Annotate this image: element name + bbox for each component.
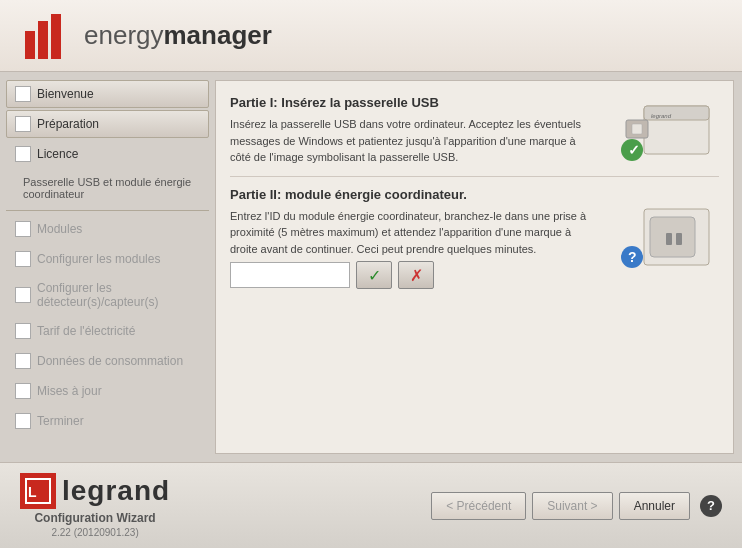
sidebar: Bienvenue Préparation Licence Passerelle… [0, 72, 215, 462]
header: energymanager [0, 0, 742, 72]
help-button[interactable]: ? [700, 495, 722, 517]
module-svg: ? [614, 205, 714, 270]
svg-text:?: ? [628, 249, 637, 265]
sidebar-item-icon [15, 86, 31, 102]
config-wizard-label: Configuration Wizard [34, 511, 155, 525]
sidebar-item-passerelle[interactable]: Passerelle USB et module énergie coordin… [6, 170, 209, 206]
next-button[interactable]: Suivant > [532, 492, 612, 520]
svg-rect-11 [650, 217, 695, 257]
section-module-image: ? [609, 187, 719, 290]
legrand-square-logo: L [20, 473, 56, 509]
legrand-brand-name: legrand [62, 475, 170, 507]
sidebar-item-icon [15, 251, 31, 267]
sidebar-item-configurer-modules: Configurer les modules [6, 245, 209, 273]
svg-text:legrand: legrand [651, 113, 672, 119]
usb-svg: legrand ✓ [614, 98, 714, 163]
section-module-text: Partie II: module énergie coordinateur. … [230, 187, 597, 290]
sidebar-item-icon [15, 146, 31, 162]
section-module-body: Entrez l'ID du module énergie coordinate… [230, 208, 597, 258]
sidebar-item-icon [15, 383, 31, 399]
version-label: 2.22 (20120901.23) [51, 527, 138, 538]
sidebar-item-terminer: Terminer [6, 407, 209, 435]
sidebar-item-mises-a-jour: Mises à jour [6, 377, 209, 405]
sidebar-item-icon [15, 353, 31, 369]
footer-logo: L legrand Configuration Wizard 2.22 (201… [20, 473, 170, 538]
sidebar-item-donnees: Données de consommation [6, 347, 209, 375]
sidebar-item-preparation[interactable]: Préparation [6, 110, 209, 138]
sidebar-item-licence[interactable]: Licence [6, 140, 209, 168]
sidebar-item-modules: Modules [6, 215, 209, 243]
section-usb: Partie I: Insérez la passerelle USB Insé… [230, 95, 719, 177]
sidebar-separator [6, 210, 209, 211]
svg-rect-12 [666, 233, 672, 245]
section-module-title: Partie II: module énergie coordinateur. [230, 187, 597, 202]
app-logo-icon [20, 11, 70, 61]
sidebar-item-tarif: Tarif de l'électricité [6, 317, 209, 345]
section-usb-image: legrand ✓ [609, 95, 719, 166]
sidebar-item-bienvenue[interactable]: Bienvenue [6, 80, 209, 108]
section-usb-title: Partie I: Insérez la passerelle USB [230, 95, 597, 110]
footer: L legrand Configuration Wizard 2.22 (201… [0, 462, 742, 548]
main-area: Bienvenue Préparation Licence Passerelle… [0, 72, 742, 462]
module-illustration: ? [614, 205, 714, 270]
content-area: Partie I: Insérez la passerelle USB Insé… [215, 80, 734, 454]
sidebar-item-icon [15, 323, 31, 339]
input-row: ✓ ✗ [230, 261, 597, 289]
footer-buttons: < Précédent Suivant > Annuler ? [431, 492, 722, 520]
sidebar-item-icon [15, 221, 31, 237]
x-icon: ✗ [410, 266, 423, 285]
svg-rect-6 [632, 124, 642, 134]
section-module: Partie II: module énergie coordinateur. … [230, 187, 719, 300]
svg-rect-13 [676, 233, 682, 245]
app-title: energymanager [84, 20, 272, 51]
sidebar-item-configurer-detecteurs: Configurer les détecteur(s)/capteur(s) [6, 275, 209, 315]
sidebar-item-icon [15, 116, 31, 132]
prev-button[interactable]: < Précédent [431, 492, 526, 520]
usb-illustration: legrand ✓ [614, 98, 714, 163]
section-usb-body: Insérez la passerelle USB dans votre ord… [230, 116, 597, 166]
svg-rect-0 [25, 31, 35, 59]
cancel-button[interactable]: Annuler [619, 492, 690, 520]
confirm-button[interactable]: ✓ [356, 261, 392, 289]
section-usb-text: Partie I: Insérez la passerelle USB Insé… [230, 95, 597, 166]
legrand-logo-icon: L [24, 477, 52, 505]
id-input[interactable] [230, 262, 350, 288]
legrand-logo: L legrand [20, 473, 170, 509]
svg-rect-2 [51, 14, 61, 59]
svg-text:✓: ✓ [628, 142, 640, 158]
svg-rect-1 [38, 21, 48, 59]
sidebar-item-icon [15, 413, 31, 429]
sidebar-item-icon [15, 287, 31, 303]
check-icon: ✓ [368, 266, 381, 285]
cancel-input-button[interactable]: ✗ [398, 261, 434, 289]
svg-text:L: L [28, 484, 37, 500]
